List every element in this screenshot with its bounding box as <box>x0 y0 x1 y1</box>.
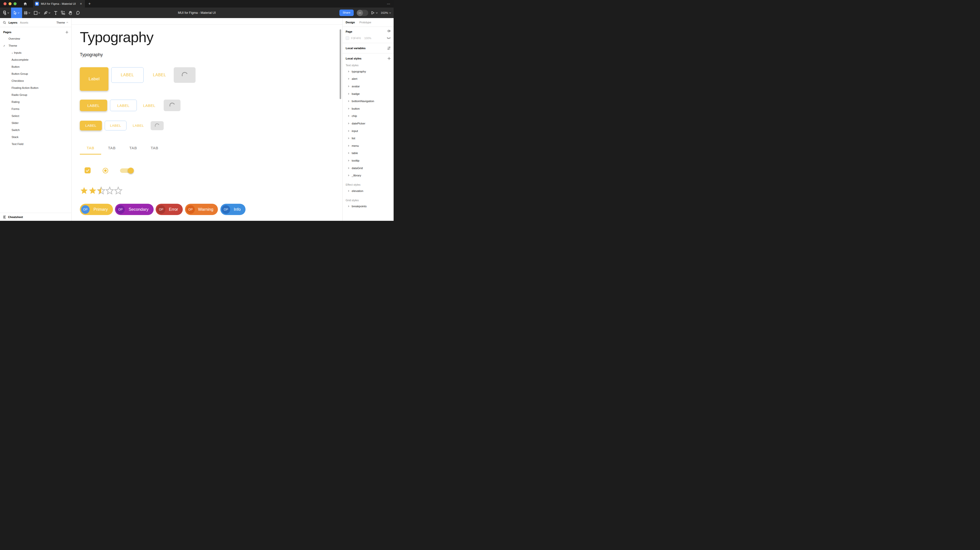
style-item-datagrid[interactable]: dataGrid <box>343 164 394 172</box>
sidebar-page-fab[interactable]: Floating Action Button <box>0 84 71 91</box>
button-loading-medium[interactable] <box>164 100 180 111</box>
tab-item[interactable]: TAB <box>144 141 165 154</box>
chip-error[interactable]: OP Error <box>156 204 183 215</box>
zoom-menu[interactable]: 163% <box>381 11 391 14</box>
switch-thumb[interactable] <box>128 168 134 173</box>
button-contained-medium[interactable]: LABEL <box>80 100 107 111</box>
search-icon[interactable] <box>3 21 6 24</box>
style-item-library[interactable]: _library <box>343 172 394 179</box>
style-item-badge[interactable]: badge <box>343 90 394 98</box>
style-item-avatar[interactable]: avatar <box>343 83 394 90</box>
sidebar-page-select[interactable]: Select <box>0 113 71 119</box>
button-text-large[interactable]: LABEL <box>150 67 169 83</box>
sidebar-page-autocomplete[interactable]: Autocomplete <box>0 56 71 63</box>
shape-tool-button[interactable] <box>32 8 42 18</box>
expand-arrow-icon[interactable] <box>348 122 349 124</box>
checkbox-checked[interactable] <box>84 167 91 173</box>
frame-tool-button[interactable] <box>22 8 32 18</box>
page-color-hex[interactable]: F3F4F6 <box>351 37 364 40</box>
local-styles-row[interactable]: Local styles <box>343 54 394 63</box>
style-item-elevation[interactable]: elevation <box>343 187 394 195</box>
chevron-down-icon[interactable] <box>376 12 378 14</box>
sidebar-page-radio-group[interactable]: Radio Group <box>0 91 71 99</box>
dev-mode-toggle[interactable]: </> <box>357 10 368 16</box>
expand-arrow-icon[interactable] <box>348 93 349 95</box>
expand-arrow-icon[interactable] <box>348 85 349 87</box>
present-button[interactable] <box>371 11 378 14</box>
sidebar-page-text-field[interactable]: Text Field <box>0 140 71 148</box>
canvas[interactable]: Typography Typography Label LABEL LABEL … <box>72 18 342 221</box>
sidebar-page-stack[interactable]: Stack <box>0 134 71 140</box>
pen-tool-button[interactable] <box>42 8 52 18</box>
rating-component[interactable] <box>80 186 123 195</box>
style-item-list[interactable]: list <box>343 135 394 142</box>
sidebar-page-checkbox[interactable]: Checkbox <box>0 77 71 84</box>
canvas-scrollbar[interactable] <box>340 29 341 99</box>
sidebar-page-slider[interactable]: Slider <box>0 119 71 126</box>
expand-arrow-icon[interactable] <box>348 190 349 192</box>
close-window-button[interactable] <box>3 2 6 5</box>
move-tool-button[interactable] <box>11 8 22 18</box>
cheatsheet-row[interactable]: Cheatsheet <box>0 213 71 221</box>
style-item-menu[interactable]: menu <box>343 142 394 149</box>
page-selector[interactable]: Theme <box>56 21 68 24</box>
file-tab[interactable]: MUI for Figma - Material UI ✕ <box>33 0 85 8</box>
tab-item[interactable]: TAB <box>101 141 123 154</box>
resources-tool-button[interactable] <box>59 8 67 18</box>
button-outlined-small[interactable]: LABEL <box>105 121 127 130</box>
sidebar-page-rating[interactable]: Rating <box>0 99 71 105</box>
sidebar-page-forms[interactable]: Forms <box>0 105 71 113</box>
switch-on[interactable] <box>120 168 132 173</box>
add-style-icon[interactable] <box>388 57 391 60</box>
tab-item[interactable]: TAB <box>123 141 144 154</box>
sidebar-page-inputs[interactable]: ↓Inputs <box>0 49 71 56</box>
minimize-window-button[interactable] <box>8 2 11 5</box>
expand-arrow-icon[interactable] <box>348 78 349 80</box>
tab-layers[interactable]: Layers <box>8 21 18 24</box>
star-half-icon[interactable] <box>97 186 105 195</box>
style-item-chip[interactable]: chip <box>343 113 394 120</box>
chip-secondary[interactable]: OP Secondary <box>115 204 154 215</box>
button-outlined-medium[interactable]: LABEL <box>110 100 137 111</box>
eye-closed-icon[interactable] <box>387 37 391 40</box>
sidebar-page-switch[interactable]: Switch <box>0 126 71 134</box>
more-options-icon[interactable]: ⋯ <box>387 0 391 8</box>
page-title[interactable]: Typography <box>80 28 153 46</box>
button-text-medium[interactable]: LABEL <box>141 100 157 111</box>
expand-arrow-icon[interactable] <box>348 137 349 139</box>
style-item-datepicker[interactable]: datePicker <box>343 120 394 127</box>
close-tab-icon[interactable]: ✕ <box>79 2 83 6</box>
style-item-button[interactable]: button <box>343 105 394 113</box>
expand-arrow-icon[interactable] <box>348 152 349 154</box>
button-outlined-large[interactable]: LABEL <box>111 67 143 83</box>
page-subtitle[interactable]: Typography <box>80 52 103 57</box>
text-tool-button[interactable] <box>52 8 59 18</box>
comment-tool-button[interactable] <box>74 8 81 18</box>
star-empty-icon[interactable] <box>105 186 114 195</box>
button-text-small[interactable]: LABEL <box>132 121 145 130</box>
sidebar-page-button-group[interactable]: Button Group <box>0 70 71 77</box>
expand-arrow-icon[interactable] <box>348 115 349 117</box>
star-full-icon[interactable] <box>80 186 88 195</box>
tab-design[interactable]: Design <box>346 21 355 24</box>
button-loading-large[interactable] <box>174 67 196 83</box>
page-color-opacity[interactable]: 100% <box>364 37 374 40</box>
local-variables-row[interactable]: Local variables <box>343 43 394 54</box>
expand-arrow-icon[interactable] <box>348 130 349 132</box>
expand-arrow-icon[interactable] <box>348 160 349 162</box>
main-menu-button[interactable] <box>0 8 11 18</box>
star-empty-icon[interactable] <box>114 186 123 195</box>
expand-arrow-icon[interactable] <box>348 167 349 169</box>
home-button[interactable] <box>20 0 30 8</box>
tab-prototype[interactable]: Prototype <box>360 21 371 24</box>
style-item-alert[interactable]: alert <box>343 75 394 83</box>
style-item-breakpoints[interactable]: breakpoints <box>343 203 394 210</box>
expand-arrow-icon[interactable] <box>348 108 349 110</box>
style-item-input[interactable]: input <box>343 127 394 135</box>
expand-arrow-icon[interactable] <box>348 205 349 207</box>
chip-info[interactable]: OP Info <box>220 204 245 215</box>
chip-warning[interactable]: OP Warning <box>185 204 218 215</box>
button-loading-small[interactable] <box>151 121 164 130</box>
tab-assets[interactable]: Assets <box>20 21 28 24</box>
share-button[interactable]: Share <box>339 10 354 16</box>
